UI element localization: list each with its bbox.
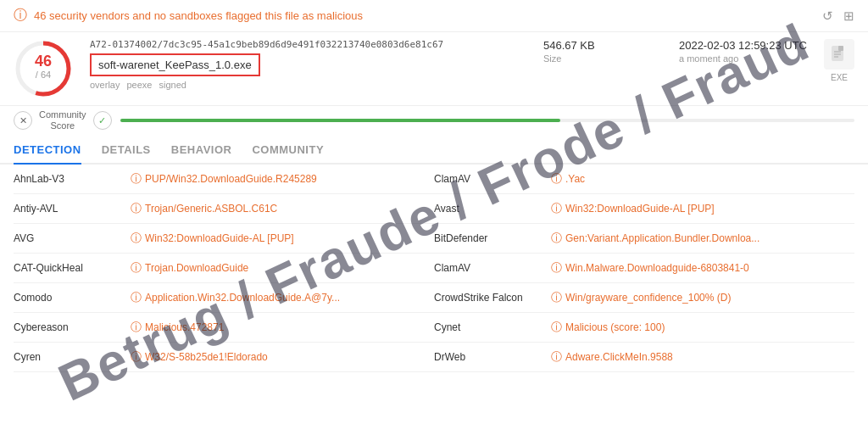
detection-result: ⓘ Win32:DownloadGuide-AL [PUP] xyxy=(551,201,715,216)
tab-behavior[interactable]: BEHAVIOR xyxy=(171,137,232,163)
community-plus-btn[interactable]: ✓ xyxy=(93,111,112,130)
detection-col2: ClamAV ⓘ .Yac Avast ⓘ Win32:DownloadGuid… xyxy=(434,165,854,372)
vendor-name: Cybereason xyxy=(14,321,124,333)
vendor-name: BitDefender xyxy=(434,232,544,244)
detection-warning-icon: ⓘ xyxy=(551,201,562,216)
score-circle: 46 / 64 xyxy=(14,39,73,98)
table-row: BitDefender ⓘ Gen:Variant.Application.Bu… xyxy=(434,224,854,254)
file-info-row: 46 / 64 A72-01374002/7dc3c95-45a1c9beb89… xyxy=(0,32,868,106)
qr-icon[interactable]: ⊞ xyxy=(843,8,854,24)
detection-grid: AhnLab-V3 ⓘ PUP/Win32.DownloadGuide.R245… xyxy=(14,165,854,372)
table-row: ClamAV ⓘ .Yac xyxy=(434,165,854,194)
tag-peexe: peexe xyxy=(126,80,152,90)
detection-warning-icon: ⓘ xyxy=(551,290,562,305)
detection-result: ⓘ Trojan.DownloadGuide xyxy=(131,260,248,276)
detection-warning-icon: ⓘ xyxy=(551,260,562,276)
file-hash: A72-01374002/7dc3c95-45a1c9beb89d6d9e491… xyxy=(90,39,526,50)
vendor-name: ClamAV xyxy=(434,173,544,185)
vendor-name: CrowdStrike Falcon xyxy=(434,292,544,304)
table-row: Avast ⓘ Win32:DownloadGuide-AL [PUP] xyxy=(434,194,854,224)
alert-bar: ⓘ 46 security vendors and no sandboxes f… xyxy=(0,0,868,32)
table-row: CAT-QuickHeal ⓘ Trojan.DownloadGuide xyxy=(14,254,434,283)
vendor-name: CAT-QuickHeal xyxy=(14,262,124,274)
detection-warning-icon: ⓘ xyxy=(551,320,562,335)
table-row: Cybereason ⓘ Malicious.472871 xyxy=(14,313,434,343)
vendor-name: AVG xyxy=(14,232,124,244)
detection-result: ⓘ Trojan/Generic.ASBOL.C61C xyxy=(131,201,277,216)
svg-text:46: 46 xyxy=(35,53,52,70)
detection-result: ⓘ PUP/Win32.DownloadGuide.R245289 xyxy=(131,171,317,187)
detection-warning-icon: ⓘ xyxy=(131,231,142,246)
detection-warning-icon: ⓘ xyxy=(131,260,142,276)
table-row: Antiy-AVL ⓘ Trojan/Generic.ASBOL.C61C xyxy=(14,194,434,224)
svg-text:/ 64: / 64 xyxy=(36,70,51,80)
community-minus-btn[interactable]: ✕ xyxy=(14,111,32,130)
file-size-value: 546.67 KB xyxy=(543,39,595,52)
community-bar xyxy=(120,119,854,122)
alert-left: ⓘ 46 security vendors and no sandboxes f… xyxy=(14,7,363,25)
detection-result: ⓘ Win.Malware.Downloadguide-6803841-0 xyxy=(551,260,749,276)
table-row: AVG ⓘ Win32:DownloadGuide-AL [PUP] xyxy=(14,224,434,254)
detection-result: ⓘ Adware.ClickMeIn.9588 xyxy=(551,349,673,365)
file-date-value: 2022-02-03 12:59:23 UTC xyxy=(679,39,807,52)
detection-result: ⓘ Gen:Variant.Application.Bundler.Downlo… xyxy=(551,231,760,246)
detection-warning-icon: ⓘ xyxy=(131,320,142,335)
detection-warning-icon: ⓘ xyxy=(131,201,142,216)
alert-toolbar: ↺ ⊞ xyxy=(822,8,854,24)
detection-result: ⓘ Malicious.472871 xyxy=(131,320,224,335)
exe-label: EXE xyxy=(831,73,848,82)
file-size-label: Size xyxy=(543,53,561,64)
alert-icon: ⓘ xyxy=(14,7,27,25)
file-name: soft-warenet_KeePass_1.0.exe xyxy=(98,59,252,71)
detection-table: AhnLab-V3 ⓘ PUP/Win32.DownloadGuide.R245… xyxy=(0,165,868,424)
table-row: CrowdStrike Falcon ⓘ Win/grayware_confid… xyxy=(434,283,854,313)
svg-rect-5 xyxy=(838,46,843,51)
tab-detection[interactable]: DETECTION xyxy=(14,137,81,163)
vendor-name: DrWeb xyxy=(434,351,544,363)
vendor-name: ClamAV xyxy=(434,262,544,274)
file-details: A72-01374002/7dc3c95-45a1c9beb89d6d9e491… xyxy=(90,39,526,90)
file-tags: overlay peexe signed xyxy=(90,80,526,90)
alert-text: 46 security vendors and no sandboxes fla… xyxy=(34,9,363,22)
detection-warning-icon: ⓘ xyxy=(131,349,142,365)
exe-icon xyxy=(824,39,854,70)
vendor-name: Cynet xyxy=(434,321,544,333)
detection-result: ⓘ .Yac xyxy=(551,171,585,187)
table-row: Comodo ⓘ Application.Win32.DownloadGuide… xyxy=(14,283,434,313)
file-date-section: 2022-02-03 12:59:23 UTC a moment ago xyxy=(679,39,807,64)
community-row: ✕ CommunityScore ✓ xyxy=(0,106,868,137)
vendor-name: AhnLab-V3 xyxy=(14,173,124,185)
main-container: ⓘ 46 security vendors and no sandboxes f… xyxy=(0,0,868,424)
table-row: DrWeb ⓘ Adware.ClickMeIn.9588 xyxy=(434,343,854,372)
community-bar-fill xyxy=(120,119,561,122)
detection-col1: AhnLab-V3 ⓘ PUP/Win32.DownloadGuide.R245… xyxy=(14,165,434,372)
community-label: CommunityScore xyxy=(39,109,86,131)
vendor-name: Cyren xyxy=(14,351,124,363)
detection-result: ⓘ Win32:DownloadGuide-AL [PUP] xyxy=(131,231,294,246)
detection-warning-icon: ⓘ xyxy=(131,290,142,305)
file-date-sub: a moment ago xyxy=(679,53,738,64)
table-row: ClamAV ⓘ Win.Malware.Downloadguide-68038… xyxy=(434,254,854,283)
detection-warning-icon: ⓘ xyxy=(551,231,562,246)
detection-warning-icon: ⓘ xyxy=(131,171,142,187)
tag-overlay: overlay xyxy=(90,80,120,90)
table-row: Cyren ⓘ W32/S-58b25de1!Eldorado xyxy=(14,343,434,372)
tab-community[interactable]: COMMUNITY xyxy=(252,137,324,163)
exe-badge: EXE xyxy=(824,39,854,82)
detection-warning-icon: ⓘ xyxy=(551,171,562,187)
table-row: Cynet ⓘ Malicious (score: 100) xyxy=(434,313,854,343)
detection-result: ⓘ Malicious (score: 100) xyxy=(551,320,665,335)
vendor-name: Avast xyxy=(434,203,544,215)
reload-icon[interactable]: ↺ xyxy=(822,8,833,24)
vendor-name: Comodo xyxy=(14,292,124,304)
table-row: AhnLab-V3 ⓘ PUP/Win32.DownloadGuide.R245… xyxy=(14,165,434,194)
detection-warning-icon: ⓘ xyxy=(551,349,562,365)
file-name-box: soft-warenet_KeePass_1.0.exe xyxy=(90,53,260,76)
tab-details[interactable]: DETAILS xyxy=(102,137,151,163)
community-score-widget: ✕ CommunityScore ✓ xyxy=(14,109,112,131)
tag-signed: signed xyxy=(159,80,186,90)
detection-result: ⓘ Application.Win32.DownloadGuide.A@7y..… xyxy=(131,290,340,305)
file-size-section: 546.67 KB Size xyxy=(543,39,662,64)
detection-result: ⓘ Win/grayware_confidence_100% (D) xyxy=(551,290,731,305)
tabs-row: DETECTION DETAILS BEHAVIOR COMMUNITY xyxy=(0,137,868,165)
